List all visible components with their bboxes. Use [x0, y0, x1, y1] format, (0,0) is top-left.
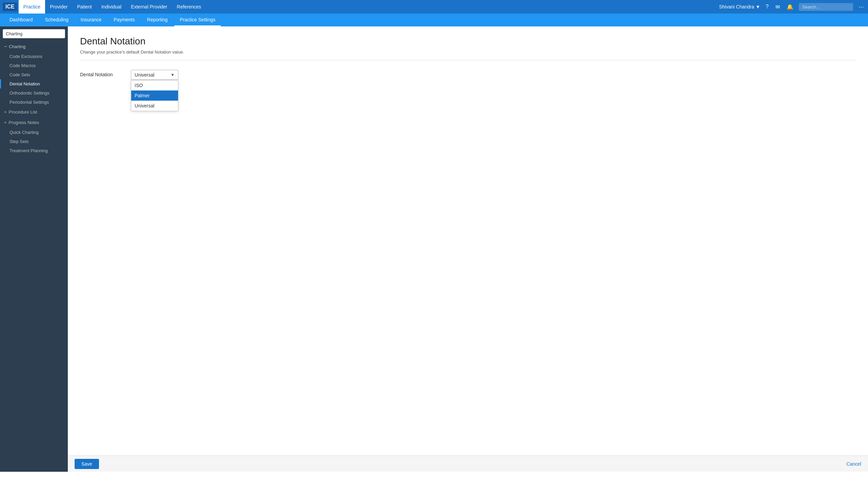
sidebar: − Charting Code Exclusions Code Macros C… [0, 26, 68, 472]
logo: ICE [3, 2, 17, 11]
nav-scheduling[interactable]: Scheduling [40, 14, 74, 26]
sidebar-item-treatment-planning[interactable]: Treatment Planning [0, 146, 68, 155]
nav-payments[interactable]: Payments [108, 14, 140, 26]
global-search-input[interactable] [799, 3, 853, 11]
option-iso[interactable]: ISO [131, 80, 178, 90]
sidebar-item-code-sets[interactable]: Code Sets [0, 70, 68, 79]
charting-collapse-icon: − [4, 44, 7, 49]
mail-icon[interactable]: ✉ [774, 2, 781, 12]
content-inner: Dental Notation Change your practice's d… [68, 26, 868, 455]
sidebar-group-charting-label: Charting [9, 44, 25, 49]
cancel-button[interactable]: Cancel [846, 461, 861, 467]
save-button[interactable]: Save [75, 459, 99, 469]
option-universal[interactable]: Universal [131, 101, 178, 111]
sidebar-item-progress-notes[interactable]: + Progress Notes [0, 117, 68, 128]
dropdown-arrow-icon: ▼ [171, 73, 175, 77]
nav-practice-settings[interactable]: Practice Settings [174, 14, 221, 26]
nav-practice[interactable]: Practice [19, 0, 45, 14]
nav-patient[interactable]: Patient [72, 0, 97, 14]
dental-notation-label: Dental Notation [80, 70, 124, 77]
dental-notation-dropdown-wrapper: Universal ▼ ISO Palmer Universal [131, 70, 178, 80]
nav-insurance[interactable]: Insurance [75, 14, 107, 26]
content-divider [80, 60, 856, 60]
sidebar-item-code-macros[interactable]: Code Macros [0, 61, 68, 70]
nav-provider[interactable]: Provider [45, 0, 72, 14]
page-title: Dental Notation [80, 36, 856, 47]
main-layout: − Charting Code Exclusions Code Macros C… [0, 26, 868, 472]
procedure-list-expand-icon: + [4, 109, 7, 115]
more-icon[interactable]: ⋯ [857, 2, 865, 12]
sidebar-section-charting: − Charting Code Exclusions Code Macros C… [0, 41, 68, 155]
content-area: Dental Notation Change your practice's d… [68, 26, 868, 472]
nav-external-provider[interactable]: External Provider [126, 0, 172, 14]
sidebar-item-periodontal-settings[interactable]: Periodontal Settings [0, 98, 68, 107]
bell-icon[interactable]: 🔔 [785, 2, 795, 12]
top-nav: ICE Practice Provider Patient Individual… [0, 0, 868, 14]
top-nav-right: Shivani Chandra ▼ ? ✉ 🔔 ⋯ [719, 2, 865, 12]
sidebar-search-input[interactable] [3, 29, 65, 38]
dental-notation-dropdown-trigger[interactable]: Universal ▼ [131, 70, 178, 80]
sidebar-search-area [0, 26, 68, 41]
progress-notes-expand-icon: + [4, 120, 7, 125]
page-subtitle: Change your practice's default Dental No… [80, 49, 856, 55]
sidebar-item-step-sets[interactable]: Step Sets [0, 137, 68, 146]
nav-reporting[interactable]: Reporting [142, 14, 173, 26]
dental-notation-dropdown-menu: ISO Palmer Universal [131, 80, 178, 111]
option-palmer[interactable]: Palmer [131, 90, 178, 101]
sidebar-item-procedure-list[interactable]: + Procedure List [0, 107, 68, 117]
help-icon[interactable]: ? [764, 2, 770, 11]
user-name[interactable]: Shivani Chandra ▼ [719, 4, 760, 9]
second-nav: Dashboard Scheduling Insurance Payments … [0, 14, 868, 26]
progress-notes-label: Progress Notes [9, 120, 39, 125]
sidebar-item-code-exclusions[interactable]: Code Exclusions [0, 52, 68, 61]
form-row-dental-notation: Dental Notation Universal ▼ ISO Palmer U… [80, 70, 856, 80]
content-footer: Save Cancel [68, 455, 868, 472]
top-nav-items: Practice Provider Patient Individual Ext… [19, 0, 719, 14]
sidebar-group-charting[interactable]: − Charting [0, 41, 68, 52]
sidebar-item-quick-charting[interactable]: Quick Charting [0, 128, 68, 137]
dental-notation-selected-value: Universal [135, 72, 154, 78]
nav-references[interactable]: References [172, 0, 206, 14]
nav-individual[interactable]: Individual [97, 0, 126, 14]
nav-dashboard[interactable]: Dashboard [4, 14, 38, 26]
sidebar-item-orthodontic-settings[interactable]: Orthodontic Settings [0, 88, 68, 98]
user-dropdown-icon: ▼ [755, 4, 760, 9]
sidebar-item-dental-notation[interactable]: Dental Notation [0, 79, 68, 88]
procedure-list-label: Procedure List [9, 109, 37, 115]
